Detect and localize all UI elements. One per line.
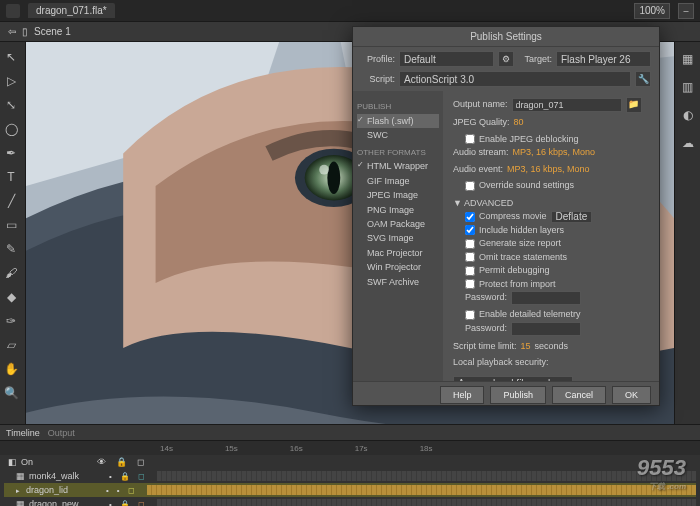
layer-dragon-lid[interactable]: dragon_lid <box>26 485 102 495</box>
timeline-tab[interactable]: Timeline <box>6 428 40 438</box>
mark-18s: 18s <box>420 444 433 453</box>
dialog-title: Publish Settings <box>353 27 659 47</box>
output-tab[interactable]: Output <box>48 428 75 438</box>
format-swc[interactable]: SWC <box>357 128 439 142</box>
format-mac[interactable]: Mac Projector <box>357 246 439 260</box>
folder-icon[interactable] <box>16 485 22 495</box>
ok-button[interactable]: OK <box>612 386 651 404</box>
compress-label: Compress movie <box>479 210 547 224</box>
telemetry-checkbox[interactable] <box>465 310 475 320</box>
zoom-dropdown[interactable]: 100% <box>634 3 670 19</box>
target-dropdown[interactable]: Flash Player 26 <box>556 51 651 67</box>
jpeg-quality-value[interactable]: 80 <box>514 116 524 130</box>
transform-tool-icon[interactable]: ⤡ <box>0 94 22 116</box>
audio-event-label: Audio event: <box>453 163 503 177</box>
format-win[interactable]: Win Projector <box>357 260 439 274</box>
eraser-tool-icon[interactable]: ▱ <box>0 334 22 356</box>
library-panel-icon[interactable]: ▥ <box>677 76 699 98</box>
document-tab[interactable]: dragon_071.fla* <box>28 3 115 18</box>
format-swfarchive[interactable]: SWF Archive <box>357 275 439 289</box>
password2-label: Password: <box>465 322 507 336</box>
eyedropper-tool-icon[interactable]: ✑ <box>0 310 22 332</box>
protect-checkbox[interactable] <box>465 279 475 289</box>
outline-col-icon[interactable]: ◻ <box>137 457 144 467</box>
lock-col-icon[interactable]: 🔒 <box>116 457 127 467</box>
cancel-button[interactable]: Cancel <box>552 386 606 404</box>
onion-skin-icon[interactable]: ◧ <box>8 457 17 467</box>
rect-tool-icon[interactable]: ▭ <box>0 214 22 236</box>
compress-dropdown[interactable]: Deflate <box>551 211 593 223</box>
pen-tool-icon[interactable]: ✒ <box>0 142 22 164</box>
permit-debug-label: Permit debugging <box>479 264 550 278</box>
format-oam[interactable]: OAM Package <box>357 217 439 231</box>
omit-trace-checkbox[interactable] <box>465 252 475 262</box>
text-tool-icon[interactable]: T <box>0 166 22 188</box>
compress-checkbox[interactable] <box>465 212 475 222</box>
override-sound-checkbox[interactable] <box>465 181 475 191</box>
profile-label: Profile: <box>361 54 395 64</box>
settings-content: Output name: 📁 JPEG Quality: 80 Enable J… <box>443 91 659 381</box>
time-ruler[interactable]: 14s 15s 16s 17s 18s <box>0 441 700 455</box>
publish-settings-dialog: Publish Settings Profile: Default ⚙ Targ… <box>352 26 660 406</box>
zoom-tool-icon[interactable]: 🔍 <box>0 382 22 404</box>
visibility-col-icon[interactable]: 👁 <box>97 457 106 467</box>
profile-options-icon[interactable]: ⚙ <box>498 51 514 67</box>
frames-track[interactable] <box>157 471 696 481</box>
size-report-checkbox[interactable] <box>465 239 475 249</box>
tools-panel: ↖ ▷ ⤡ ◯ ✒ T ╱ ▭ ✎ 🖌 ◆ ✑ ▱ ✋ 🔍 <box>0 42 26 427</box>
layer-monk4[interactable]: monk4_walk <box>29 471 105 481</box>
hand-tool-icon[interactable]: ✋ <box>0 358 22 380</box>
format-gif[interactable]: GIF Image <box>357 174 439 188</box>
selection-tool-icon[interactable]: ↖ <box>0 46 22 68</box>
format-html[interactable]: HTML Wrapper <box>357 159 439 173</box>
script-limit-value[interactable]: 15 <box>521 340 531 354</box>
help-button[interactable]: Help <box>440 386 485 404</box>
line-tool-icon[interactable]: ╱ <box>0 190 22 212</box>
bucket-tool-icon[interactable]: ◆ <box>0 286 22 308</box>
properties-panel-icon[interactable]: ▦ <box>677 48 699 70</box>
audio-event-value[interactable]: MP3, 16 kbps, Mono <box>507 163 590 177</box>
format-svg[interactable]: SVG Image <box>357 231 439 245</box>
movieclip-icon: ▦ <box>16 499 25 506</box>
hidden-layers-label: Include hidden layers <box>479 224 564 238</box>
brush-tool-icon[interactable]: 🖌 <box>0 262 22 284</box>
profile-dropdown[interactable]: Default <box>399 51 494 67</box>
scene-label[interactable]: Scene 1 <box>34 26 71 37</box>
password-label: Password: <box>465 291 507 305</box>
browse-folder-icon[interactable]: 📁 <box>626 97 642 113</box>
frames-track[interactable] <box>147 485 696 495</box>
layer-dragon-new[interactable]: dragon_new <box>29 499 105 506</box>
protect-label: Protect from import <box>479 278 556 292</box>
format-png[interactable]: PNG Image <box>357 203 439 217</box>
output-name-input[interactable] <box>512 98 622 112</box>
audio-stream-label: Audio stream: <box>453 146 509 160</box>
audio-stream-value[interactable]: MP3, 16 kbps, Mono <box>513 146 596 160</box>
app-logo-icon <box>6 4 20 18</box>
cc-panel-icon[interactable]: ☁ <box>677 132 699 154</box>
jpeg-deblock-checkbox[interactable] <box>465 134 475 144</box>
window-min-icon[interactable]: – <box>678 3 694 19</box>
script-dropdown[interactable]: ActionScript 3.0 <box>399 71 631 87</box>
back-arrow-icon[interactable]: ⇦ <box>8 26 16 37</box>
frames-track[interactable] <box>157 499 696 506</box>
mark-17s: 17s <box>355 444 368 453</box>
format-flash[interactable]: Flash (.swf) <box>357 114 439 128</box>
script-settings-icon[interactable]: 🔧 <box>635 71 651 87</box>
mark-15s: 15s <box>225 444 238 453</box>
target-label: Target: <box>518 54 552 64</box>
mark-16s: 16s <box>290 444 303 453</box>
publish-heading: PUBLISH <box>357 101 439 114</box>
publish-button[interactable]: Publish <box>490 386 546 404</box>
pencil-tool-icon[interactable]: ✎ <box>0 238 22 260</box>
svg-point-6 <box>319 165 329 175</box>
hidden-layers-checkbox[interactable] <box>465 225 475 235</box>
advanced-heading[interactable]: ADVANCED <box>464 198 513 208</box>
local-security-dropdown[interactable]: Access local files only <box>453 376 573 382</box>
color-panel-icon[interactable]: ◐ <box>677 104 699 126</box>
lasso-tool-icon[interactable]: ◯ <box>0 118 22 140</box>
script-label: Script: <box>361 74 395 84</box>
format-jpeg[interactable]: JPEG Image <box>357 188 439 202</box>
permit-debug-checkbox[interactable] <box>465 266 475 276</box>
script-limit-label: Script time limit: <box>453 340 517 354</box>
subselect-tool-icon[interactable]: ▷ <box>0 70 22 92</box>
